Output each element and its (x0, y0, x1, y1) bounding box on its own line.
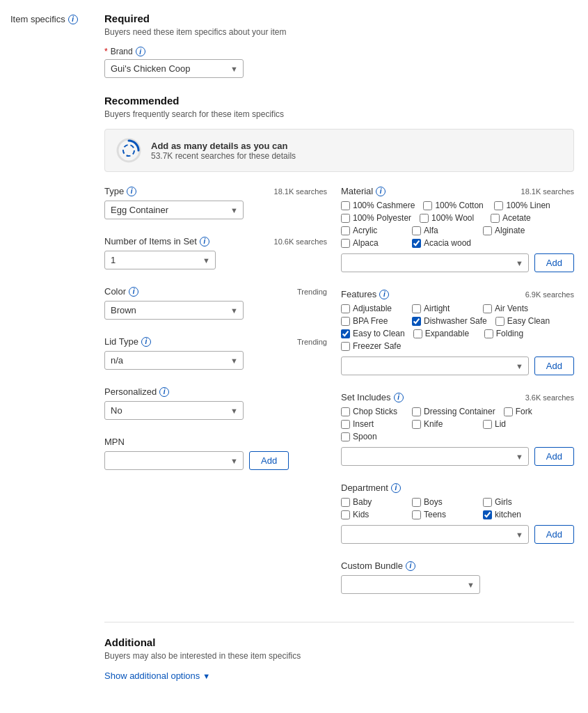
department-teens-input[interactable] (412, 510, 421, 519)
feature-checkbox-expandable[interactable]: Expandable (413, 329, 476, 338)
brand-info-icon[interactable]: i (136, 47, 145, 56)
material-checkbox-wool-input[interactable] (420, 214, 429, 223)
material-checkbox-cotton[interactable]: 100% Cotton (423, 201, 486, 210)
material-checkbox-alpaca-input[interactable] (341, 239, 350, 248)
custom-bundle-select[interactable] (341, 575, 480, 594)
feature-checkbox-easy-clean[interactable]: Easy Clean (495, 316, 558, 326)
feature-air-vents-input[interactable] (483, 304, 492, 313)
brand-select[interactable]: Gui's Chicken Coop (104, 59, 244, 78)
custom-bundle-info-icon[interactable]: i (406, 561, 415, 571)
material-add-select[interactable] (341, 253, 529, 272)
material-checkbox-linen[interactable]: 100% Linen (494, 201, 557, 210)
number-items-select[interactable]: 1 (104, 251, 216, 269)
material-checkbox-alfa[interactable]: Alfa (412, 226, 475, 235)
material-info-icon[interactable]: i (376, 187, 386, 196)
set-chop-sticks-input[interactable] (341, 407, 350, 416)
set-includes-info-icon[interactable]: i (394, 393, 404, 402)
show-additional-link[interactable]: Show additional options ▼ (104, 671, 210, 681)
feature-checkbox-adjustable[interactable]: Adjustable (341, 304, 404, 313)
department-teens[interactable]: Teens (412, 510, 475, 519)
material-checkbox-cashmere-input[interactable] (341, 201, 350, 210)
material-checkbox-acrylic-input[interactable] (341, 226, 350, 235)
set-dressing-container[interactable]: Dressing Container (412, 407, 495, 416)
set-fork[interactable]: Fork (504, 407, 566, 416)
material-checkbox-polyester[interactable]: 100% Polyester (341, 213, 411, 223)
department-girls[interactable]: Girls (483, 497, 546, 507)
department-kitchen[interactable]: kitchen (483, 510, 546, 519)
set-lid[interactable]: Lid (483, 419, 546, 429)
department-boys[interactable]: Boys (412, 497, 475, 507)
feature-checkbox-bpa[interactable]: BPA Free (341, 316, 404, 326)
department-kids-input[interactable] (341, 510, 350, 519)
set-fork-input[interactable] (504, 407, 513, 416)
number-items-info-icon[interactable]: i (200, 237, 209, 246)
features-info-icon[interactable]: i (379, 290, 389, 299)
feature-checkbox-airtight[interactable]: Airtight (412, 304, 475, 313)
personalized-select[interactable]: No (104, 401, 244, 420)
department-baby[interactable]: Baby (341, 497, 404, 507)
lid-type-select[interactable]: n/a (104, 351, 244, 370)
set-lid-input[interactable] (483, 420, 492, 429)
department-info-icon[interactable]: i (391, 483, 401, 493)
set-spoon[interactable]: Spoon (341, 432, 404, 441)
material-checkbox-polyester-input[interactable] (341, 214, 350, 223)
feature-airtight-input[interactable] (412, 304, 421, 313)
feature-dishwasher-input[interactable] (412, 317, 421, 326)
set-insert[interactable]: Insert (341, 419, 404, 429)
material-checkbox-cotton-input[interactable] (423, 201, 432, 210)
material-checkbox-cashmere[interactable]: 100% Cashmere (341, 201, 415, 210)
department-baby-input[interactable] (341, 498, 350, 507)
color-info-icon[interactable]: i (129, 287, 138, 297)
set-spoon-input[interactable] (341, 432, 350, 441)
material-checkbox-acacia[interactable]: Acacia wood (412, 238, 475, 248)
material-checkbox-acetate[interactable]: Acetate (491, 213, 553, 223)
feature-freezer-input[interactable] (341, 342, 350, 351)
color-select[interactable]: Brown (104, 301, 244, 320)
material-checkbox-alpaca[interactable]: Alpaca (341, 238, 404, 248)
material-checkbox-linen-input[interactable] (494, 201, 503, 210)
set-knife-input[interactable] (412, 420, 421, 429)
set-chop-sticks[interactable]: Chop Sticks (341, 407, 404, 416)
material-checkbox-acrylic[interactable]: Acrylic (341, 226, 404, 235)
feature-checkbox-easy-to-clean[interactable]: Easy to Clean (341, 329, 405, 338)
feature-checkbox-folding[interactable]: Folding (484, 329, 547, 338)
feature-checkbox-air-vents[interactable]: Air Vents (483, 304, 546, 313)
department-add-button[interactable]: Add (534, 525, 574, 544)
set-includes-add-select[interactable] (341, 447, 529, 466)
type-select[interactable]: Egg Container (104, 201, 244, 219)
feature-folding-input[interactable] (484, 329, 493, 338)
mpn-select[interactable] (104, 451, 244, 470)
item-specifics-info-icon[interactable]: i (68, 15, 78, 24)
material-checkbox-alginate-input[interactable] (483, 226, 492, 235)
material-checkbox-wool[interactable]: 100% Wool (420, 213, 482, 223)
material-checkbox-alginate[interactable]: Alginate (483, 226, 546, 235)
features-add-select[interactable] (341, 356, 529, 375)
set-includes-add-button[interactable]: Add (534, 447, 574, 466)
department-add-select[interactable] (341, 525, 529, 544)
personalized-info-icon[interactable]: i (159, 387, 169, 397)
set-insert-input[interactable] (341, 420, 350, 429)
feature-expandable-input[interactable] (413, 329, 422, 338)
feature-adjustable-input[interactable] (341, 304, 350, 313)
feature-easy-to-clean-input[interactable] (341, 329, 350, 338)
material-add-row: ▼ Add (341, 253, 574, 272)
department-boys-input[interactable] (412, 498, 421, 507)
feature-bpa-input[interactable] (341, 317, 350, 326)
features-add-button[interactable]: Add (534, 356, 574, 375)
lid-type-info-icon[interactable]: i (141, 337, 151, 347)
set-knife[interactable]: Knife (412, 419, 475, 429)
department-kitchen-input[interactable] (483, 510, 492, 519)
set-dressing-container-input[interactable] (412, 407, 421, 416)
type-info-icon[interactable]: i (127, 187, 136, 196)
feature-easy-clean-input[interactable] (495, 317, 504, 326)
feature-checkbox-freezer[interactable]: Freezer Safe (341, 341, 404, 351)
material-checkbox-acetate-input[interactable] (491, 214, 500, 223)
material-checkbox-alfa-input[interactable] (412, 226, 421, 235)
material-checkbox-acacia-input[interactable] (412, 239, 421, 248)
department-girls-input[interactable] (483, 498, 492, 507)
material-add-button[interactable]: Add (534, 253, 574, 272)
feature-checkbox-dishwasher[interactable]: Dishwasher Safe (412, 316, 487, 326)
mpn-add-button[interactable]: Add (249, 451, 289, 470)
department-kids[interactable]: Kids (341, 510, 404, 519)
material-label-row: Material i 18.1K searches (341, 186, 574, 196)
